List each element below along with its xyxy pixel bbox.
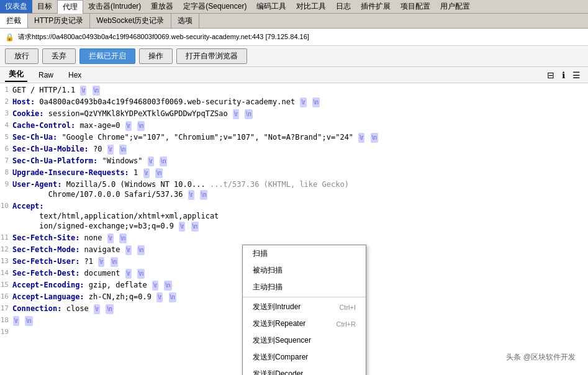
proxy-tab-bar: 拦截 HTTP历史记录 WebSocket历史记录 选项	[0, 14, 588, 29]
menu-user-options[interactable]: 用户配置	[435, 0, 475, 13]
menu-intruder[interactable]: 攻击器(Intruder)	[83, 0, 146, 13]
line-5: 5 Sec-Ch-Ua: "Google Chrome";v="107", "C…	[0, 132, 588, 143]
ctx-passive-scan[interactable]: 被动扫描	[243, 262, 366, 279]
menu-comparer[interactable]: 对比工具	[291, 0, 331, 13]
ctx-send-decoder[interactable]: 发送到Decoder	[243, 366, 366, 375]
tab-hex[interactable]: Hex	[65, 70, 85, 81]
word-wrap-icon[interactable]: ⊟	[545, 70, 557, 80]
context-menu: 扫描 被动扫描 主动扫描 发送到Intruder Ctrl+I 发送到Repea…	[242, 245, 366, 375]
menu-dashboard[interactable]: 仪表盘	[0, 0, 32, 13]
menu-project-options[interactable]: 项目配置	[396, 0, 435, 13]
editor-icons: ⊟ ℹ ☰	[545, 70, 583, 80]
line-3: 3 Cookie: session=QzVYMKl8kYDPeXTklGwGPD…	[0, 108, 588, 120]
tab-options[interactable]: 选项	[171, 14, 199, 28]
lock-icon: 🔒	[5, 33, 14, 42]
tab-http-history[interactable]: HTTP历史记录	[28, 14, 90, 28]
menu-log[interactable]: 日志	[331, 0, 356, 13]
ctx-send-repeater[interactable]: 发送到Repeater Ctrl+R	[243, 315, 366, 332]
request-editor[interactable]: 1 GET / HTTP/1.1 \r \n 2 Host: 0a4800ac0…	[0, 83, 588, 375]
line-10: 10 Accept: text/html,application/xhtml+x…	[0, 201, 588, 232]
menu-proxy[interactable]: 代理	[57, 0, 83, 14]
tab-raw[interactable]: Raw	[35, 70, 57, 81]
line-2: 2 Host: 0a4800ac0493b0a4c19f9468003f0069…	[0, 96, 588, 108]
url-bar: 🔒 请求https://0a4800ac0493b0a4c19f9468003f…	[0, 29, 588, 46]
line-9: 9 User-Agent: Mozilla/5.0 (Windows NT 10…	[0, 179, 588, 201]
ctx-active-scan[interactable]: 主动扫描	[243, 279, 366, 296]
line-4: 4 Cache-Control: max-age=0 \r \n	[0, 120, 588, 132]
line-7: 7 Sec-Ch-Ua-Platform: "Windows" \r \n	[0, 155, 588, 167]
search-icon[interactable]: ℹ	[559, 70, 568, 80]
action-button[interactable]: 操作	[139, 48, 173, 64]
ctx-send-comparer[interactable]: 发送到Comparer	[243, 349, 366, 366]
button-bar: 放行 丢弃 拦截已开启 操作 打开自带浏览器	[0, 46, 588, 67]
editor-tab-bar: 美化 Raw Hex ⊟ ℹ ☰	[0, 67, 588, 83]
discard-button[interactable]: 丢弃	[42, 48, 76, 64]
tab-websocket-history[interactable]: WebSocket历史记录	[90, 14, 171, 28]
line-6: 6 Sec-Ch-Ua-Mobile: ?0 \r \n	[0, 143, 588, 155]
menu-target[interactable]: 目标	[32, 0, 57, 13]
menu-sequencer[interactable]: 定字器(Sequencer)	[178, 0, 251, 13]
menu-bar: 仪表盘 目标 代理 攻击器(Intruder) 重放器 定字器(Sequence…	[0, 0, 588, 14]
release-button[interactable]: 放行	[5, 48, 38, 64]
line-11: 11 Sec-Fetch-Site: none \r \n	[0, 232, 588, 244]
open-browser-button[interactable]: 打开自带浏览器	[176, 48, 247, 64]
tab-beautify[interactable]: 美化	[5, 68, 27, 82]
ctx-sep-1	[243, 297, 366, 297]
ctx-send-intruder[interactable]: 发送到Intruder Ctrl+I	[243, 299, 366, 315]
intercept-toggle-button[interactable]: 拦截已开启	[79, 48, 135, 64]
line-1: 1 GET / HTTP/1.1 \r \n	[0, 84, 588, 96]
ctx-scan[interactable]: 扫描	[243, 245, 366, 262]
ctx-send-sequencer[interactable]: 发送到Sequencer	[243, 332, 366, 349]
line-8: 8 Upgrade-Insecure-Requests: 1 \r \n	[0, 167, 588, 179]
url-text: 请求https://0a4800ac0493b0a4c19f9468003f00…	[18, 32, 583, 42]
menu-repeater[interactable]: 重放器	[146, 0, 178, 13]
watermark: 头条 @区块软件开发	[506, 352, 576, 363]
tab-intercept[interactable]: 拦截	[0, 14, 28, 28]
menu-encoder[interactable]: 编码工具	[251, 0, 291, 13]
menu-extensions[interactable]: 插件扩展	[356, 0, 396, 13]
menu-icon[interactable]: ☰	[570, 70, 583, 80]
main-window: 仪表盘 目标 代理 攻击器(Intruder) 重放器 定字器(Sequence…	[0, 0, 588, 375]
